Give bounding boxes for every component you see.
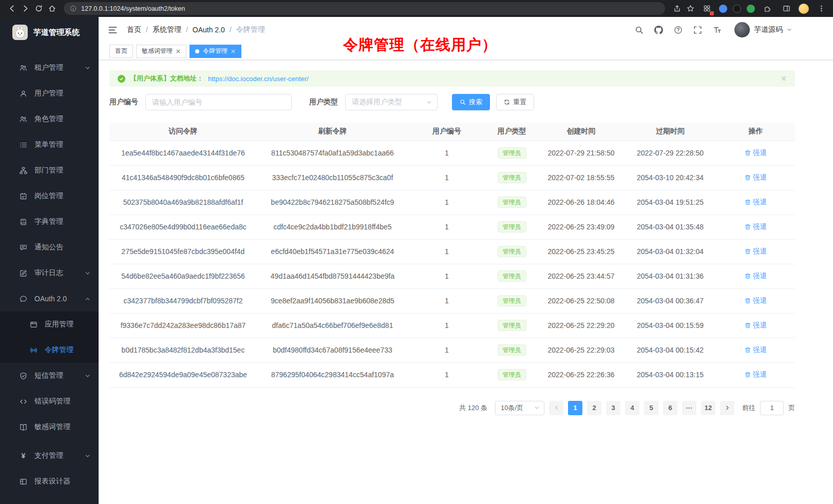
search-icon[interactable] xyxy=(635,26,643,34)
browser-extension-area xyxy=(700,2,828,15)
user-id-input[interactable] xyxy=(145,94,292,110)
extension-button-badged[interactable] xyxy=(700,2,713,15)
force-logout-button[interactable]: 强退 xyxy=(745,345,767,355)
next-page-button[interactable] xyxy=(720,401,734,415)
hamburger-icon[interactable] xyxy=(108,25,118,35)
extension-icon-green[interactable] xyxy=(747,5,755,13)
breadcrumb-item-oauth2[interactable]: OAuth 2.0 xyxy=(193,26,225,34)
sidebar-item-oauth2-app[interactable]: 应用管理 xyxy=(0,312,99,337)
page-button-2[interactable]: 2 xyxy=(587,401,601,415)
sidebar-item-role[interactable]: 角色管理 xyxy=(0,106,99,132)
access-token-cell: b0d1785bc3a8482f812db4a3f3bd15ec xyxy=(109,338,257,362)
help-icon[interactable] xyxy=(674,26,683,34)
breadcrumb-item-system[interactable]: 系统管理 xyxy=(153,25,181,34)
tab-home[interactable]: 首页 xyxy=(109,45,133,58)
browser-menu-button[interactable] xyxy=(815,2,828,15)
window-icon xyxy=(30,321,37,328)
refresh-token-cell: 811c530487574fa0af1a59d3abc1aa66 xyxy=(257,141,408,165)
action-cell: 强退 xyxy=(716,215,795,239)
grid-icon xyxy=(703,5,711,12)
user-type-cell: 管理员 xyxy=(485,288,538,313)
force-logout-button[interactable]: 强退 xyxy=(745,370,767,379)
extension-icon-dark[interactable] xyxy=(733,5,741,13)
split-view-button[interactable] xyxy=(780,2,793,15)
home-icon xyxy=(48,5,56,12)
edit-icon xyxy=(20,269,27,277)
breadcrumb-item-current: 令牌管理 xyxy=(236,25,265,34)
sidebar-item-dept[interactable]: 部门管理 xyxy=(0,158,99,183)
forward-button[interactable] xyxy=(18,2,32,15)
table-row: 54d6be82ee5a460a9aedc1f9bf223656 49d1aa4… xyxy=(109,264,795,288)
table-header-row: 访问令牌 刷新令牌 用户编号 用户类型 创建时间 过期时间 操作 xyxy=(109,123,795,141)
expire-time-cell: 2022-07-29 22:28:50 xyxy=(624,141,716,165)
access-token-cell: 1ea5e44f8bc1467aaede43144f31de76 xyxy=(109,141,257,165)
font-size-icon[interactable] xyxy=(713,26,722,34)
sidebar-item-oauth2[interactable]: OAuth 2.0 xyxy=(0,286,99,312)
user-type-tag: 管理员 xyxy=(498,221,526,232)
reset-button[interactable]: 重置 xyxy=(496,94,534,110)
goto-page-input[interactable] xyxy=(760,401,784,415)
sidebar-item-post[interactable]: 岗位管理 xyxy=(0,183,99,209)
back-button[interactable] xyxy=(5,2,18,15)
github-icon[interactable] xyxy=(654,26,663,34)
search-button[interactable]: 搜索 xyxy=(452,94,490,110)
sidebar-item-notice[interactable]: 通知公告 xyxy=(0,235,99,260)
close-icon[interactable] xyxy=(231,49,236,54)
browser-profile-avatar[interactable] xyxy=(799,4,809,14)
tab-sensitive-word[interactable]: 敏感词管理 xyxy=(136,45,186,58)
sidebar-item-tenant[interactable]: 租户管理 xyxy=(0,55,99,81)
extensions-puzzle-button[interactable] xyxy=(761,2,774,15)
reload-button[interactable] xyxy=(32,2,45,15)
sidebar-item-sensitive-word[interactable]: 敏感词管理 xyxy=(0,414,99,440)
force-logout-button[interactable]: 强退 xyxy=(745,222,767,231)
share-button[interactable] xyxy=(670,2,684,15)
bookmark-star-button[interactable] xyxy=(684,2,697,15)
sidebar-item-audit-log[interactable]: 审计日志 xyxy=(0,260,99,286)
force-logout-button[interactable]: 强退 xyxy=(745,247,767,256)
sidebar-item-oauth2-token[interactable]: 令牌管理 xyxy=(0,337,99,363)
close-icon[interactable] xyxy=(176,49,181,54)
sidebar-item-sms[interactable]: 短信管理 xyxy=(0,363,99,389)
close-icon[interactable] xyxy=(781,75,787,82)
page-button-4[interactable]: 4 xyxy=(625,401,639,415)
extension-icon-blue[interactable] xyxy=(719,5,727,13)
tab-token-active[interactable]: 令牌管理 xyxy=(190,45,241,58)
filter-bar: 用户编号 用户类型 请选择用户类型 搜索 重置 xyxy=(109,94,795,110)
sidebar-item-error-code[interactable]: 错误码管理 xyxy=(0,389,99,414)
access-token-cell: f9336e7c7dd242a283ee98dc86b17a87 xyxy=(109,313,257,338)
page-button-5[interactable]: 5 xyxy=(644,401,658,415)
doc-alert: 【用户体系】文档地址： https://doc.iocoder.cn/user-… xyxy=(109,70,795,87)
force-logout-button[interactable]: 强退 xyxy=(745,173,767,182)
user-id-cell: 1 xyxy=(408,239,485,264)
page-button-6[interactable]: 6 xyxy=(663,401,677,415)
sidebar-item-user[interactable]: 用户管理 xyxy=(0,81,99,106)
page-button-1[interactable]: 1 xyxy=(568,401,582,415)
sidebar-item-report-designer[interactable]: 报表设计器 xyxy=(0,469,99,494)
refresh-token-cell: 333ecfc71e02480cb11055c875c3ca0f xyxy=(257,165,408,190)
table-row: 6d842e2924594de9a09e45e087323abe 8796295… xyxy=(109,362,795,387)
user-type-select[interactable]: 请选择用户类型 xyxy=(345,94,438,110)
page-button-12[interactable]: 12 xyxy=(701,401,715,415)
page-size-select[interactable]: 10条/页 xyxy=(495,401,544,415)
breadcrumb-item-home[interactable]: 首页 xyxy=(127,25,141,34)
page-button-3[interactable]: 3 xyxy=(606,401,620,415)
address-bar[interactable]: 127.0.0.1:1024/system/oauth2/token xyxy=(64,2,665,15)
force-logout-button[interactable]: 强退 xyxy=(745,148,767,158)
user-menu[interactable]: 芋道源码 xyxy=(734,22,792,37)
force-logout-button[interactable]: 强退 xyxy=(745,296,767,305)
doc-link[interactable]: https://doc.iocoder.cn/user-center/ xyxy=(208,75,309,83)
user-name: 芋道源码 xyxy=(754,25,783,34)
action-cell: 强退 xyxy=(716,362,795,387)
fullscreen-icon[interactable] xyxy=(693,26,702,34)
page-ellipsis-button[interactable]: ··· xyxy=(682,401,696,415)
home-button[interactable] xyxy=(45,2,59,15)
force-logout-button[interactable]: 强退 xyxy=(745,198,767,207)
table-row: c342377bf8b344799dcbf7bf095287f2 9ce8ef2… xyxy=(109,288,795,313)
sidebar-item-dict[interactable]: 字典管理 xyxy=(0,209,99,235)
app-logo[interactable]: 芋道管理系统 xyxy=(0,17,99,48)
prev-page-button[interactable] xyxy=(549,401,563,415)
sidebar-item-menu[interactable]: 菜单管理 xyxy=(0,132,99,158)
force-logout-button[interactable]: 强退 xyxy=(745,272,767,281)
sidebar-item-pay[interactable]: ¥ 支付管理 xyxy=(0,443,99,469)
force-logout-button[interactable]: 强退 xyxy=(745,321,767,330)
